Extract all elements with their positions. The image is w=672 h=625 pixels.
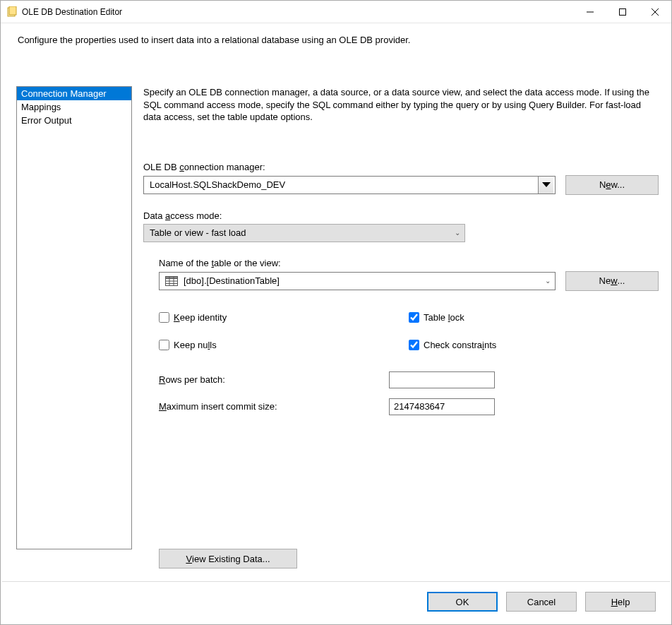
nav-item-error-output[interactable]: Error Output [17, 114, 131, 127]
keep-nulls-checkbox[interactable] [159, 340, 169, 350]
rows-per-batch-label: Rows per batch: [159, 374, 389, 385]
help-button[interactable]: Help [585, 592, 656, 612]
max-commit-size-label: Maximum insert commit size: [159, 401, 389, 412]
dialog-description: Configure the properties used to insert … [1, 23, 671, 51]
conn-manager-value: LocalHost.SQLShackDemo_DEV [150, 179, 538, 190]
svg-rect-1 [9, 6, 16, 15]
titlebar: OLE DB Destination Editor [1, 1, 671, 23]
ok-button[interactable]: OK [427, 592, 498, 612]
main-panel: Specify an OLE DB connection manager, a … [132, 86, 659, 571]
side-nav: Connection Manager Mappings Error Output [16, 86, 132, 549]
svg-rect-3 [620, 8, 626, 15]
keep-identity-checkbox[interactable] [159, 312, 169, 323]
app-icon [6, 6, 18, 18]
access-mode-value: Table or view - fast load [150, 227, 246, 238]
conn-manager-dropdown[interactable]: LocalHost.SQLShackDemo_DEV [143, 176, 556, 194]
window-controls [574, 1, 671, 23]
chevron-down-icon: ⌄ [455, 229, 460, 237]
check-constraints-label: Check constraints [424, 340, 496, 350]
dialog-body: Connection Manager Mappings Error Output… [1, 86, 671, 571]
chevron-down-icon: ⌄ [545, 277, 551, 285]
table-lock-checkbox[interactable] [409, 312, 419, 323]
maximize-button[interactable] [606, 1, 639, 23]
minimize-button[interactable] [574, 1, 606, 23]
keep-nulls-label: Keep nulls [174, 340, 217, 350]
rows-per-batch-input[interactable] [389, 371, 495, 388]
svg-marker-6 [542, 182, 551, 187]
chevron-down-icon [538, 177, 553, 194]
max-commit-size-input[interactable] [389, 398, 495, 415]
table-lock-label: Table lock [424, 312, 464, 323]
keep-identity-label: Keep identity [174, 312, 227, 323]
panel-instructions: Specify an OLE DB connection manager, a … [143, 86, 659, 124]
table-name-label: Name of the table or the view: [159, 258, 659, 268]
close-button[interactable] [639, 1, 671, 23]
svg-rect-8 [166, 276, 178, 278]
table-name-value: [dbo].[DestinationTable] [184, 275, 545, 286]
conn-manager-label: OLE DB connection manager: [143, 162, 659, 172]
new-table-button[interactable]: New... [565, 271, 659, 291]
view-existing-data-button[interactable]: View Existing Data... [159, 549, 297, 569]
access-mode-label: Data access mode: [143, 210, 659, 221]
nav-item-connection-manager[interactable]: Connection Manager [17, 87, 131, 100]
access-mode-dropdown[interactable]: Table or view - fast load ⌄ [143, 224, 465, 242]
check-constraints-checkbox[interactable] [409, 340, 419, 350]
new-connection-button[interactable]: New... [565, 175, 659, 195]
nav-item-mappings[interactable]: Mappings [17, 100, 131, 114]
window-title: OLE DB Destination Editor [22, 7, 574, 17]
dialog-window: OLE DB Destination Editor Configure the … [0, 0, 672, 625]
table-icon [165, 276, 178, 286]
dialog-footer: OK Cancel Help [2, 581, 670, 624]
table-name-dropdown[interactable]: [dbo].[DestinationTable] ⌄ [159, 272, 556, 290]
cancel-button[interactable]: Cancel [506, 592, 577, 612]
